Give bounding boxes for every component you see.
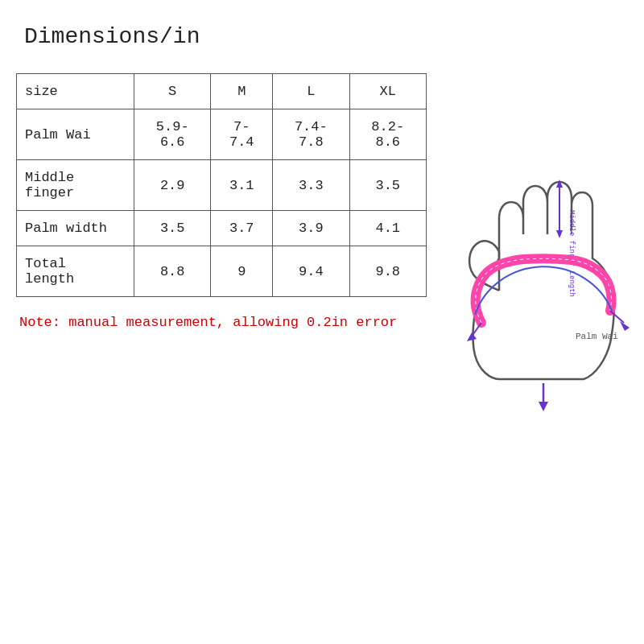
table-cell: 7.4-7.8 bbox=[273, 109, 349, 160]
svg-text:Middle finger Length: Middle finger Length bbox=[568, 210, 576, 297]
glove-svg: Middle finger Length Palm Wai bbox=[451, 73, 644, 411]
table-cell: 3.1 bbox=[211, 160, 273, 211]
table-cell: 3.3 bbox=[273, 160, 349, 211]
page: Dimensions/in sizeSMLXL Palm Wai5.9-6.67… bbox=[0, 0, 644, 644]
table-row: Palm width3.53.73.94.1 bbox=[17, 211, 427, 246]
glove-diagram: Middle finger Length Palm Wai bbox=[451, 73, 644, 411]
table-row-label: Palm width bbox=[17, 211, 134, 246]
table-cell: 3.5 bbox=[349, 160, 426, 211]
table-row-label: Middle finger bbox=[17, 160, 134, 211]
content-area: sizeSMLXL Palm Wai5.9-6.67-7.47.4-7.88.2… bbox=[16, 73, 628, 411]
table-section: sizeSMLXL Palm Wai5.9-6.67-7.47.4-7.88.2… bbox=[16, 73, 435, 330]
table-cell: 2.9 bbox=[134, 160, 210, 211]
svg-marker-13 bbox=[539, 402, 548, 411]
table-cell: 9 bbox=[211, 246, 273, 297]
svg-marker-5 bbox=[556, 230, 563, 238]
table-row: Middle finger2.93.13.33.5 bbox=[17, 160, 427, 211]
table-row: Palm Wai5.9-6.67-7.47.4-7.88.2-8.6 bbox=[17, 109, 427, 160]
table-cell: 3.5 bbox=[134, 211, 210, 246]
table-cell: 7-7.4 bbox=[211, 109, 273, 160]
table-cell: 8.2-8.6 bbox=[349, 109, 426, 160]
table-header: S bbox=[134, 74, 210, 109]
table-cell: 5.9-6.6 bbox=[134, 109, 210, 160]
table-header: M bbox=[211, 74, 273, 109]
svg-marker-8 bbox=[467, 332, 477, 341]
table-cell: 8.8 bbox=[134, 246, 210, 297]
table-header: XL bbox=[349, 74, 426, 109]
svg-line-9 bbox=[610, 311, 624, 323]
table-cell: 4.1 bbox=[349, 211, 426, 246]
table-row: Total length8.899.49.8 bbox=[17, 246, 427, 297]
table-row-label: Palm Wai bbox=[17, 109, 134, 160]
table-cell: 9.4 bbox=[273, 246, 349, 297]
table-header: L bbox=[273, 74, 349, 109]
svg-text:Palm Wai: Palm Wai bbox=[576, 332, 618, 341]
note-text: Note: manual measurement, allowing 0.2in… bbox=[19, 315, 435, 330]
dimensions-table: sizeSMLXL Palm Wai5.9-6.67-7.47.4-7.88.2… bbox=[16, 73, 427, 297]
table-row-label: Total length bbox=[17, 246, 134, 297]
table-cell: 3.9 bbox=[273, 211, 349, 246]
table-cell: 9.8 bbox=[349, 246, 426, 297]
table-cell: 3.7 bbox=[211, 211, 273, 246]
svg-marker-10 bbox=[620, 321, 630, 331]
table-header: size bbox=[17, 74, 134, 109]
svg-marker-4 bbox=[556, 180, 563, 188]
page-title: Dimensions/in bbox=[24, 24, 628, 49]
